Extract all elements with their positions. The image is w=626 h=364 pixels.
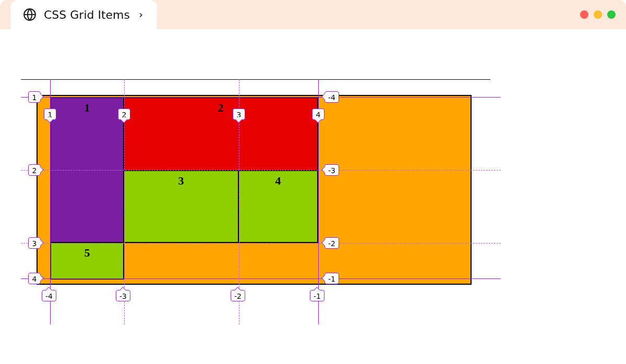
row-line-4 (21, 278, 501, 279)
row-label-2: 2 (28, 164, 41, 176)
maximize-dot[interactable] (607, 10, 616, 19)
col-label-2: 2 (118, 108, 130, 120)
row-line-1 (21, 97, 501, 98)
col-label-neg3: -3 (116, 290, 130, 301)
chevron-right-icon (137, 11, 145, 18)
grid-diagram: 1 2 3 4 5 1 2 3 4 -4 -3 -2 -1 (21, 79, 501, 324)
row-label-neg1: -1 (324, 273, 339, 284)
row-label-4: 4 (28, 273, 41, 284)
globe-icon (23, 8, 37, 21)
col-label-4: 4 (312, 108, 324, 120)
close-dot[interactable] (580, 10, 588, 19)
row-label-neg4: -4 (324, 91, 339, 103)
row-label-3: 3 (28, 237, 41, 249)
col-label-neg2: -2 (231, 290, 245, 301)
col-label-1: 1 (44, 108, 56, 120)
col-label-neg4: -4 (42, 290, 56, 301)
window-controls (580, 10, 616, 19)
page-body: 1 2 3 4 5 1 2 3 4 -4 -3 -2 -1 (0, 29, 626, 40)
browser-tab[interactable]: CSS Grid Items (10, 0, 157, 29)
minimize-dot[interactable] (594, 10, 602, 19)
col-label-neg1: -1 (310, 290, 324, 301)
row-line-3 (21, 243, 501, 244)
titlebar: CSS Grid Items (0, 0, 626, 29)
grid-item-3: 3 (123, 170, 239, 243)
row-label-1: 1 (28, 91, 41, 103)
tab-title: CSS Grid Items (44, 8, 130, 21)
row-label-neg3: -3 (324, 164, 339, 176)
grid-item-2: 2 (123, 97, 318, 171)
row-line-2 (21, 170, 501, 171)
grid-item-5: 5 (50, 242, 124, 280)
col-label-3: 3 (233, 108, 245, 120)
row-label-neg2: -2 (324, 237, 339, 249)
grid-item-4: 4 (238, 170, 318, 243)
